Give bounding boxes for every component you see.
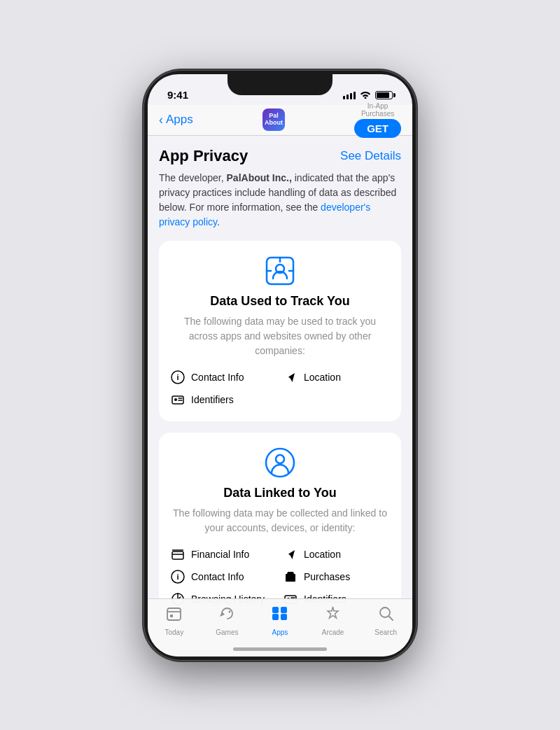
svg-text:i: i	[176, 373, 178, 381]
identifiers-label: Identifiers	[191, 394, 234, 405]
list-item: i Contact Info	[170, 569, 277, 584]
signal-bars-icon	[343, 92, 356, 99]
status-icons	[343, 90, 393, 101]
get-button[interactable]: GET	[354, 119, 401, 138]
battery-icon	[375, 91, 393, 99]
home-indicator	[233, 647, 327, 651]
search-tab-label: Search	[374, 629, 397, 636]
nav-bar: ‹ Apps PalAbout In-AppPurchases GET	[148, 105, 412, 136]
track-you-card: Data Used to Track You The following dat…	[159, 241, 401, 421]
svg-rect-31	[281, 614, 287, 620]
list-item: Purchases	[283, 569, 390, 584]
apps-tab-label: Apps	[272, 629, 288, 636]
arcade-tab-label: Arcade	[322, 629, 344, 636]
track-card-title: Data Used to Track You	[170, 294, 390, 309]
arcade-icon	[324, 605, 342, 626]
track-icon-container	[170, 255, 390, 287]
track-items-grid: i Contact Info Location	[170, 370, 390, 407]
today-tab-label: Today	[164, 629, 183, 636]
svg-rect-18	[286, 574, 295, 582]
linked-to-you-card: Data Linked to You The following data ma…	[159, 433, 401, 621]
tab-search[interactable]: Search	[365, 605, 407, 636]
track-you-icon	[264, 255, 296, 287]
financial-info-label: Financial Info	[191, 549, 249, 560]
linked-card-description: The following data may be collected and …	[170, 506, 390, 535]
financial-icon	[170, 547, 186, 562]
location2-icon	[283, 547, 298, 562]
chevron-left-icon: ‹	[159, 113, 163, 127]
list-item: Location	[283, 370, 390, 385]
track-card-description: The following data may be used to track …	[170, 314, 390, 358]
back-label: Apps	[166, 113, 193, 127]
svg-rect-28	[170, 615, 173, 617]
see-details-link[interactable]: See Details	[340, 149, 401, 163]
linked-card-title: Data Linked to You	[170, 486, 390, 500]
location-icon	[283, 370, 298, 385]
today-icon	[165, 605, 183, 626]
list-item: Financial Info	[170, 547, 277, 562]
nav-right: In-AppPurchases GET	[354, 102, 401, 138]
svg-text:i: i	[176, 573, 178, 581]
phone-frame: 9:41 ‹	[144, 70, 416, 661]
tab-arcade[interactable]: Arcade	[312, 605, 354, 636]
svg-rect-33	[281, 607, 287, 613]
contact2-icon: i	[170, 569, 186, 584]
section-title: App Privacy	[159, 147, 248, 165]
list-item: Location	[283, 547, 390, 562]
contact-info-icon: i	[170, 370, 186, 385]
svg-line-35	[388, 616, 393, 620]
contact-info-label: Contact Info	[191, 372, 244, 383]
status-time: 9:41	[167, 89, 188, 101]
svg-point-29	[228, 610, 230, 612]
svg-rect-30	[272, 614, 279, 620]
tab-today[interactable]: Today	[153, 605, 195, 636]
apps-icon	[271, 605, 288, 626]
location2-label: Location	[304, 549, 341, 560]
notch	[227, 74, 332, 95]
contact-info2-label: Contact Info	[191, 571, 244, 582]
search-icon	[377, 605, 395, 626]
nav-center: PalAbout	[262, 108, 285, 131]
svg-point-12	[276, 455, 284, 463]
app-icon: PalAbout	[262, 108, 285, 131]
linked-icon-container	[170, 447, 390, 479]
identifiers-icon	[170, 392, 186, 407]
wifi-icon	[360, 90, 371, 101]
privacy-policy-link[interactable]: developer's privacy policy	[159, 202, 370, 227]
tab-apps[interactable]: Apps	[259, 605, 301, 636]
tab-games[interactable]: Games	[206, 605, 248, 636]
content-area: App Privacy See Details The developer, P…	[148, 136, 412, 622]
list-item: i Contact Info	[170, 370, 277, 385]
location-label: Location	[304, 372, 341, 383]
svg-rect-13	[172, 552, 183, 559]
purchases-label: Purchases	[304, 571, 350, 582]
games-icon	[218, 605, 236, 626]
privacy-description: The developer, PalAbout Inc., indicated …	[159, 171, 401, 230]
svg-rect-26	[167, 608, 181, 620]
list-item: Identifiers	[170, 392, 277, 407]
linked-to-you-icon	[264, 447, 296, 479]
svg-point-8	[174, 398, 177, 401]
purchases-icon	[283, 569, 298, 584]
phone-screen: 9:41 ‹	[148, 74, 412, 657]
back-button[interactable]: ‹ Apps	[159, 113, 193, 127]
privacy-header: App Privacy See Details	[159, 147, 401, 165]
svg-rect-32	[272, 607, 279, 613]
games-tab-label: Games	[216, 629, 238, 636]
